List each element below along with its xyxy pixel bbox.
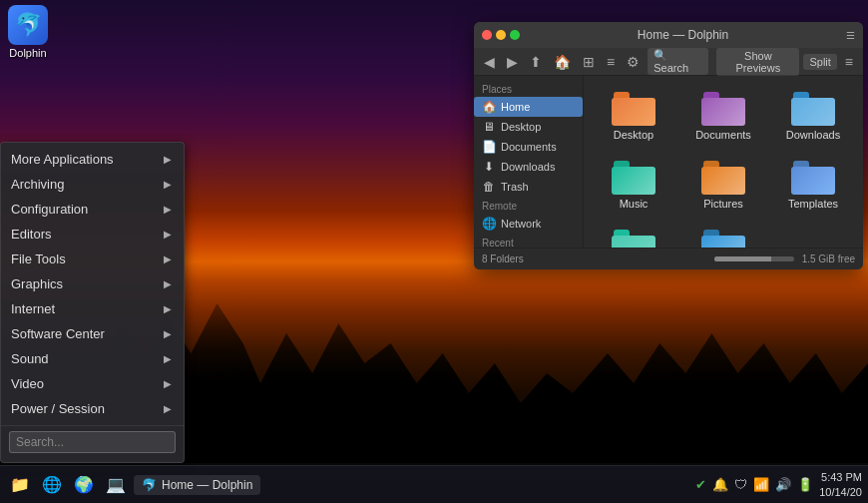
menu-item-internet[interactable]: Internet ▶ [1,296,184,321]
sidebar-item-label: Documents [501,141,557,153]
file-item-desktop[interactable]: Desktop [592,84,675,147]
minimize-button[interactable] [496,30,506,40]
menu-item-archiving[interactable]: Archiving ▶ [1,172,184,197]
menu-item-more-applications[interactable]: More Applications ▶ [1,147,184,172]
arrow-icon: ▶ [164,229,172,240]
taskbar-active-window[interactable]: 🐬 Home — Dolphin [134,475,260,495]
taskbar-right: ✔ 🔔 🛡 📶 🔊 🔋 5:43 PM 10/14/20 [695,470,862,499]
recent-label: Recent [474,234,583,248]
shield-icon[interactable]: 🛡 [734,477,747,492]
taskbar: 📁 🌐 🌍 💻 🐬 Home — Dolphin ✔ 🔔 🛡 📶 🔊 🔋 5:4… [0,465,868,503]
file-label: Templates [788,198,838,210]
taskbar-icon-browser[interactable]: 🌐 [38,471,66,499]
maximize-button[interactable] [510,30,520,40]
up-button[interactable]: ⬆ [526,52,546,72]
close-button[interactable] [482,30,492,40]
folder-icon-tmp [612,228,655,248]
sidebar-item-network[interactable]: 🌐 Network [474,214,583,234]
taskbar-icon-globe[interactable]: 🌍 [70,471,98,499]
title-actions: ☰ [846,30,855,41]
menu-item-configuration[interactable]: Configuration ▶ [1,197,184,222]
taskbar-icon-files[interactable]: 📁 [6,471,34,499]
taskbar-icon-terminal[interactable]: 💻 [102,471,130,499]
folder-icon-documents [701,90,745,126]
show-previews-button[interactable]: Show Previews [716,48,799,76]
toolbar: ◀ ▶ ⬆ 🏠 ⊞ ≡ ⚙ 🔍 Search Show Previews Spl… [474,48,863,76]
clock-time: 5:43 PM [819,470,862,484]
file-item-music[interactable]: Music [592,153,675,216]
places-label: Places [474,80,583,97]
dolphin-desktop-icon[interactable]: 🐬 Dolphin [8,5,48,59]
volume-icon[interactable]: 🔊 [775,477,791,492]
menu-icon[interactable]: ☰ [846,30,855,41]
file-label: Downloads [786,129,840,141]
file-item-tmp[interactable]: tmp [592,222,675,248]
view-list[interactable]: ≡ [603,52,619,72]
clock-date: 10/14/20 [819,485,862,499]
menu-item-label: Power / Session [11,401,105,416]
status-bar-dolphin: 8 Folders 1.5 GiB free [474,248,863,269]
menu-item-label: Software Center [11,326,105,341]
menu-item-editors[interactable]: Editors ▶ [1,222,184,247]
sidebar-item-trash[interactable]: 🗑 Trash [474,177,583,197]
app-menu: More Applications ▶ Archiving ▶ Configur… [0,142,185,463]
view-options[interactable]: ⊞ [579,52,599,72]
sidebar-item-documents[interactable]: 📄 Documents [474,137,583,157]
battery-icon[interactable]: 🔋 [797,477,813,492]
trash-icon: 🗑 [482,180,496,194]
sidebar-item-desktop[interactable]: 🖥 Desktop [474,117,583,137]
sidebar-item-label: Home [501,101,530,113]
bell-icon[interactable]: 🔔 [712,477,728,492]
file-item-pictures[interactable]: Pictures [681,153,765,216]
sidebar-item-home[interactable]: 🏠 Home [474,97,583,117]
split-button[interactable]: Split [803,54,836,70]
menu-item-label: Configuration [11,202,88,217]
file-item-videos[interactable]: Videos [681,222,765,248]
sidebar-item-label: Downloads [501,161,555,173]
menu-item-sound[interactable]: Sound ▶ [1,346,184,371]
active-window-label: Home — Dolphin [162,478,252,492]
sidebar-item-downloads[interactable]: ⬇ Downloads [474,157,583,177]
checkmark-icon[interactable]: ✔ [695,477,706,492]
dolphin-icon-label: Dolphin [9,47,46,59]
search-bar[interactable]: 🔍 Search [648,48,708,75]
arrow-icon: ▶ [164,253,172,264]
arrow-icon: ▶ [164,328,172,339]
file-item-downloads[interactable]: Downloads [771,84,855,147]
home-button[interactable]: 🏠 [550,52,575,72]
arrow-icon: ▶ [164,378,172,389]
arrow-icon: ▶ [164,403,172,414]
storage-label: 1.5 GiB free [802,253,855,264]
menu-item-video[interactable]: Video ▶ [1,371,184,396]
documents-icon: 📄 [482,140,496,154]
menu-item-label: Internet [11,301,55,316]
back-button[interactable]: ◀ [480,52,499,72]
remote-label: Remote [474,197,583,214]
menu-item-software-center[interactable]: Software Center ▶ [1,321,184,346]
forward-button[interactable]: ▶ [503,52,522,72]
menu-item-label: Video [11,376,44,391]
view-settings[interactable]: ⚙ [623,52,644,72]
menu-item-power-session[interactable]: Power / Session ▶ [1,396,184,421]
storage-fill [714,256,772,261]
folder-icon-templates [791,159,835,195]
arrow-icon: ▶ [164,303,172,314]
file-label: Pictures [703,198,743,210]
menu-item-graphics[interactable]: Graphics ▶ [1,271,184,296]
menu-item-file-tools[interactable]: File Tools ▶ [1,247,184,271]
sidebar: Places 🏠 Home 🖥 Desktop 📄 Documents ⬇ Do… [474,76,584,248]
menu-item-label: Archiving [11,177,64,192]
dolphin-content: Places 🏠 Home 🖥 Desktop 📄 Documents ⬇ Do… [474,76,863,248]
file-item-documents[interactable]: Documents [681,84,765,147]
folder-icon-videos [701,228,745,248]
title-bar: Home — Dolphin ☰ [474,22,863,48]
more-options[interactable]: ≡ [841,52,857,72]
network-icon[interactable]: 📶 [753,477,769,492]
home-icon: 🏠 [482,100,496,114]
arrow-icon: ▶ [164,353,172,364]
file-grid: Desktop Documents Downloads [584,76,863,248]
arrow-icon: ▶ [164,204,172,215]
search-input[interactable] [9,431,176,453]
file-item-templates[interactable]: Templates [771,153,855,216]
desktop: 🐬 Dolphin More Applications ▶ Archiving … [0,0,868,503]
